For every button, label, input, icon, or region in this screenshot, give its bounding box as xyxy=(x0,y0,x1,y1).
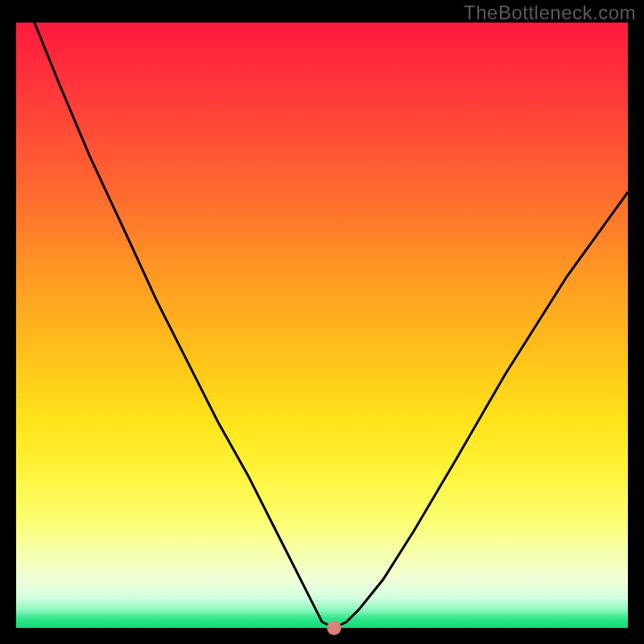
plot-area xyxy=(16,23,628,628)
bottleneck-curve xyxy=(16,23,628,628)
watermark-text: TheBottleneck.com xyxy=(464,2,636,24)
curve-svg xyxy=(16,23,628,628)
optimum-marker xyxy=(327,621,341,635)
chart-frame: TheBottleneck.com xyxy=(0,0,644,644)
